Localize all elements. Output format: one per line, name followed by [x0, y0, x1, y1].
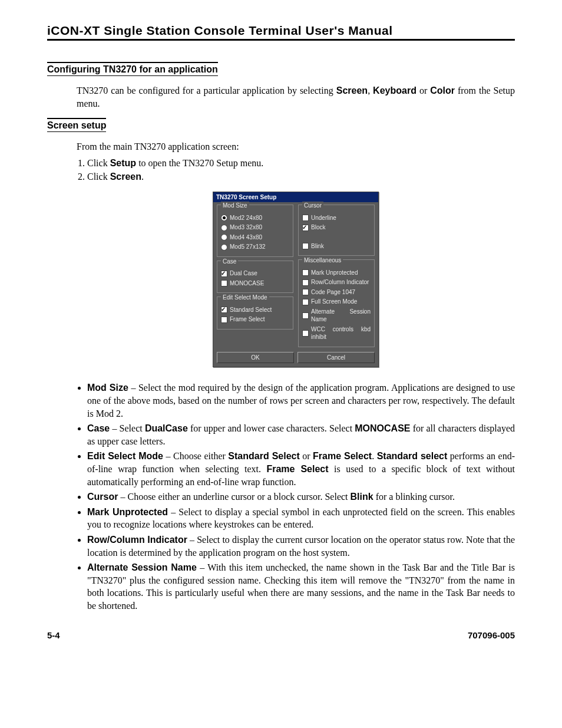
check-mark-unprotected[interactable]: Mark Unprotected	[302, 269, 371, 277]
check-icon	[302, 243, 309, 249]
check-icon	[302, 289, 309, 295]
bullet-cursor: Cursor – Choose either an underline curs…	[87, 490, 515, 503]
cancel-button[interactable]: Cancel	[297, 352, 375, 364]
group-mod-size: Mod Size Mod2 24x80 Mod3 32x80 Mod4 43x8…	[217, 205, 293, 257]
radio-icon	[221, 225, 227, 231]
check-icon	[221, 317, 227, 323]
check-underline[interactable]: Underline	[302, 214, 371, 222]
doc-number: 707096-005	[468, 630, 515, 640]
check-standard-select[interactable]: Standard Select	[221, 306, 289, 314]
check-rowcol-indicator[interactable]: Row/Column Indicator	[302, 278, 371, 286]
screen-intro: From the main TN3270 application screen:	[77, 140, 515, 153]
check-icon	[302, 299, 309, 305]
check-wcc-kbd-inhibit[interactable]: WCC controls kbd inhibit	[302, 325, 371, 341]
bullet-alternate-session-name: Alternate Session Name – With this item …	[87, 561, 515, 612]
section-heading-screen: Screen setup	[47, 118, 106, 132]
check-blink[interactable]: Blink	[302, 242, 371, 251]
check-full-screen-mode[interactable]: Full Screen Mode	[302, 298, 371, 306]
group-edit-select: Edit Select Mode Standard Select Frame S…	[217, 297, 293, 330]
group-miscellaneous: Miscellaneous Mark Unprotected Row/Colum…	[298, 259, 375, 347]
page-title: iCON-XT Single Station Console Terminal …	[47, 24, 515, 41]
legend-mod-size: Mod Size	[221, 202, 249, 210]
page-footer: 5-4 707096-005	[47, 630, 515, 640]
bullet-mod-size: Mod Size – Select the mod required by th…	[87, 381, 515, 420]
radio-icon	[221, 215, 227, 221]
bullet-list: Mod Size – Select the mod required by th…	[87, 381, 515, 612]
check-icon	[302, 330, 309, 337]
section-config: Configuring TN3270 for an application TN…	[47, 62, 515, 110]
section-heading-config: Configuring TN3270 for an application	[47, 62, 218, 76]
radio-icon	[221, 234, 227, 241]
legend-edit-select: Edit Select Mode	[221, 294, 269, 302]
check-icon	[302, 312, 309, 319]
check-monocase[interactable]: MONOCASE	[221, 279, 289, 288]
check-icon	[221, 307, 227, 313]
radio-mod2[interactable]: Mod2 24x80	[221, 214, 289, 222]
check-icon	[221, 271, 227, 277]
radio-mod3[interactable]: Mod3 32x80	[221, 223, 289, 232]
config-paragraph: TN3270 can be configured for a particula…	[77, 84, 515, 110]
group-case: Case Dual Case MONOCASE	[217, 261, 293, 294]
check-icon	[221, 280, 227, 286]
bullet-mark-unprotected: Mark Unprotected – Select to display a s…	[87, 506, 515, 531]
check-frame-select[interactable]: Frame Select	[221, 315, 289, 324]
section-screen: Screen setup From the main TN3270 applic…	[47, 118, 515, 612]
legend-misc: Miscellaneous	[302, 256, 343, 265]
check-icon	[302, 279, 309, 286]
check-dual-case[interactable]: Dual Case	[221, 269, 289, 278]
bullet-edit-select: Edit Select Mode – Choose either Standar…	[87, 450, 515, 488]
bullet-case: Case – Select DualCase for upper and low…	[87, 422, 515, 447]
check-icon	[302, 225, 309, 231]
radio-icon	[221, 244, 227, 251]
legend-cursor: Cursor	[302, 202, 323, 210]
legend-case: Case	[221, 258, 238, 266]
group-cursor: Cursor Underline Block Blink	[298, 205, 375, 256]
check-alternate-session-name[interactable]: Alternate Session Name	[302, 308, 371, 324]
bullet-rowcol-indicator: Row/Column Indicator – Select to display…	[87, 533, 515, 559]
screen-steps: Click Setup to open the TN3270 Setup men…	[77, 157, 515, 183]
page-number: 5-4	[47, 630, 60, 640]
step-1: Click Setup to open the TN3270 Setup men…	[87, 157, 515, 170]
step-2: Click Screen.	[87, 170, 515, 183]
check-icon	[302, 269, 309, 276]
dialog-title: TN3270 Screen Setup	[213, 192, 378, 203]
check-block[interactable]: Block	[302, 223, 371, 232]
screen-setup-dialog: TN3270 Screen Setup Mod Size Mod2 24x80 …	[213, 192, 379, 368]
check-icon	[302, 215, 309, 221]
check-code-page-1047[interactable]: Code Page 1047	[302, 288, 371, 297]
radio-mod4[interactable]: Mod4 43x80	[221, 233, 289, 242]
radio-mod5[interactable]: Mod5 27x132	[221, 243, 289, 251]
ok-button[interactable]: OK	[217, 352, 294, 364]
